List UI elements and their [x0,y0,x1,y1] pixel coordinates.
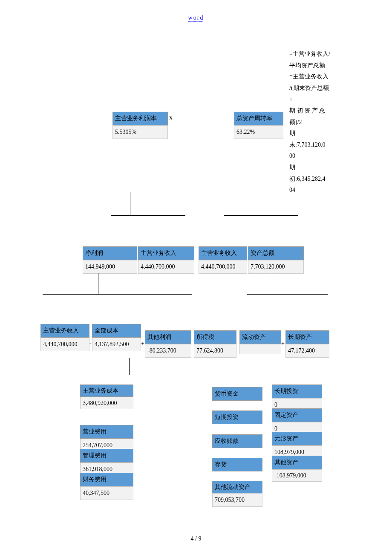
minus-op: - [89,340,92,347]
other-profit: 其他利润 -80,233,700 [145,330,191,358]
page-number: 4 / 9 [191,535,202,542]
income-tax: 所得税 77,624,800 [194,330,236,358]
asset-turnover-header: 总资产周转率 [234,112,283,125]
short-investment: 短期投资 [212,410,262,424]
management-expense: 管理费用 361,918,000 [80,449,133,476]
inventory: 存货 [212,458,262,471]
plus-op-2: + [281,340,285,347]
net-profit: 净利润 144,949,000 [83,246,137,274]
asset-turnover-value: 63.22% [234,125,283,139]
other-assets: 其他资产 -108,979,000 [272,456,322,482]
financial-expense: 财务费用 40,347,500 [80,473,133,500]
word-link[interactable]: word [188,14,204,21]
main-profit-rate-value: 5.5305% [112,125,168,139]
plus-op-1: + [141,340,144,347]
main-cost: 主营业务成本 3,480,920,000 [80,384,133,409]
long-investment: 长期投资 0 [272,384,322,412]
multiply-op: X [169,115,173,122]
total-cost: 全部成本 4,137,892,500 [92,324,141,351]
main-income-2: 主营业务收入 4,440,700,000 [199,246,247,274]
main-income-1: 主营业务收入 4,440,700,000 [138,246,194,274]
long-term-assets: 长期资产 47,172,400 [285,330,329,358]
cash: 货币资金 [212,387,262,401]
formula-text: =主营业务收入/ 平均资产总额 =主营业务收入 /(期末资产总额 + 期 初 资… [289,49,349,196]
main-profit-rate: 主营业务利润率 5.5305% [112,112,168,139]
asset-turnover: 总资产周转率 63.22% [234,112,283,139]
total-assets: 资产总额 7,703,120,000 [248,246,304,274]
main-income-3: 主营业务收入 4,440,700,000 [40,324,89,351]
other-current: 其他流动资产 709,053,700 [212,481,262,507]
main-profit-rate-header: 主营业务利润率 [112,112,168,125]
operating-expense: 营业费用 254,707,000 [80,425,133,452]
intangible-assets: 无形资产 108,979,000 [272,432,322,459]
current-assets: 流动资产 [239,330,281,354]
receivable: 应收账款 [212,434,262,448]
